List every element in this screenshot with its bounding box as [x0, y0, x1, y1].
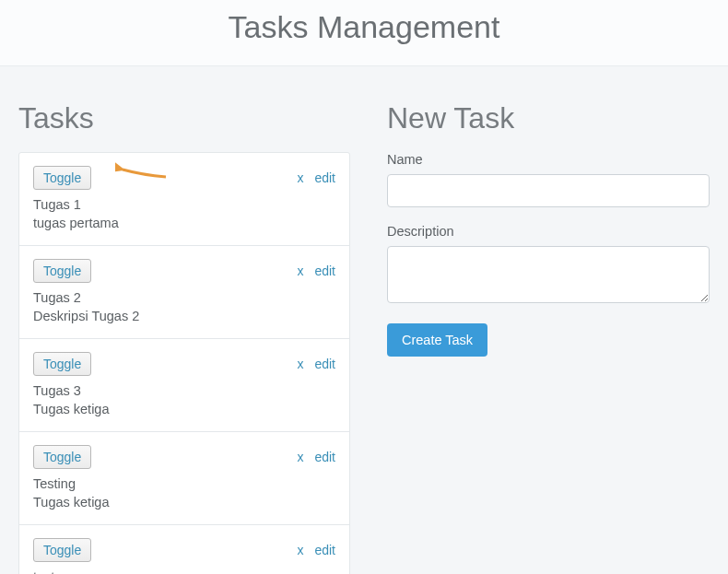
- description-input[interactable]: [387, 246, 710, 303]
- description-label: Description: [387, 224, 710, 239]
- task-name: Tugas 3: [33, 383, 335, 398]
- toggle-button[interactable]: Toggle: [33, 352, 91, 376]
- main-content: Tasks Toggle x edit Tugas 1 tugas pertam…: [0, 66, 728, 574]
- task-row-top: Toggle x edit: [33, 538, 335, 562]
- new-task-title: New Task: [387, 101, 710, 135]
- task-name: Tugas 2: [33, 290, 335, 305]
- name-field-group: Name: [387, 152, 710, 207]
- edit-link[interactable]: edit: [314, 543, 335, 557]
- task-row-top: Toggle x edit: [33, 166, 335, 190]
- toggle-button[interactable]: Toggle: [33, 445, 91, 469]
- new-task-column: New Task Name Description Create Task: [387, 85, 710, 574]
- task-item: Toggle x edit Tugas 2 Deskripsi Tugas 2: [19, 246, 349, 339]
- edit-link[interactable]: edit: [314, 450, 335, 464]
- delete-link[interactable]: x: [297, 543, 303, 557]
- task-actions: x edit: [297, 170, 335, 185]
- toggle-button[interactable]: Toggle: [33, 166, 91, 190]
- task-actions: x edit: [297, 450, 335, 464]
- edit-link[interactable]: edit: [314, 264, 335, 278]
- task-item: Toggle x edit test Deskripisi tugas test: [19, 525, 349, 574]
- task-row-top: Toggle x edit: [33, 445, 335, 469]
- delete-link[interactable]: x: [297, 170, 303, 185]
- task-actions: x edit: [297, 264, 335, 278]
- task-name: Testing: [33, 476, 335, 491]
- task-actions: x edit: [297, 543, 335, 557]
- task-actions: x edit: [297, 357, 335, 371]
- delete-link[interactable]: x: [297, 357, 303, 371]
- task-row-top: Toggle x edit: [33, 352, 335, 376]
- task-list: Toggle x edit Tugas 1 tugas pertama: [18, 152, 350, 574]
- toggle-button[interactable]: Toggle: [33, 259, 91, 283]
- name-label: Name: [387, 152, 710, 167]
- task-name: Tugas 1: [33, 197, 335, 212]
- task-description: Tugas ketiga: [33, 402, 335, 416]
- name-input[interactable]: [387, 174, 710, 207]
- page-header: Tasks Management: [0, 0, 728, 66]
- tasks-section-title: Tasks: [18, 101, 350, 135]
- create-task-button[interactable]: Create Task: [387, 323, 487, 357]
- task-item: Toggle x edit Testing Tugas ketiga: [19, 432, 349, 525]
- task-description: Tugas ketiga: [33, 495, 335, 510]
- tasks-column: Tasks Toggle x edit Tugas 1 tugas pertam…: [18, 85, 350, 574]
- task-description: Deskripsi Tugas 2: [33, 309, 335, 323]
- toggle-button[interactable]: Toggle: [33, 538, 91, 562]
- task-name: test: [33, 569, 335, 574]
- task-row-top: Toggle x edit: [33, 259, 335, 283]
- delete-link[interactable]: x: [297, 450, 303, 464]
- description-field-group: Description: [387, 224, 710, 307]
- task-description: tugas pertama: [33, 216, 335, 230]
- page-title: Tasks Management: [0, 9, 728, 45]
- task-item: Toggle x edit Tugas 3 Tugas ketiga: [19, 339, 349, 432]
- delete-link[interactable]: x: [297, 264, 303, 278]
- task-item: Toggle x edit Tugas 1 tugas pertama: [19, 153, 349, 246]
- edit-link[interactable]: edit: [314, 170, 335, 185]
- edit-link[interactable]: edit: [314, 357, 335, 371]
